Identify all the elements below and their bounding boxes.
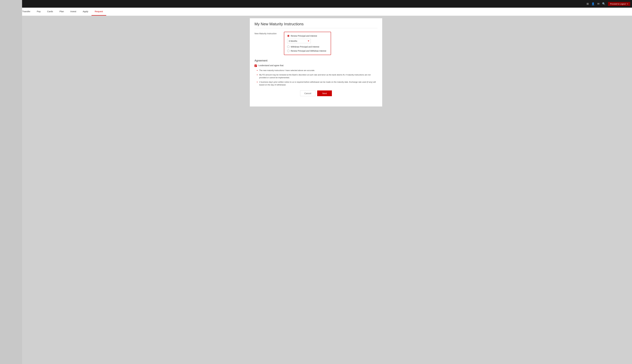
top-bar: ✕ ⊞ 👤 ✉ 🔍 Proceed to Logout ↪	[0, 0, 632, 8]
bullet-item-2: My FD amount may be renewed at the Bank'…	[257, 74, 378, 79]
logout-icon: ↪	[626, 3, 628, 5]
bullet-item-3: 2 business day's prior written notice to…	[257, 80, 378, 86]
bullet-item-1: The new maturity instructions I have sel…	[257, 69, 378, 72]
nav-bar: My Accounts Transfer Pay Cards Plan Inve…	[0, 8, 632, 16]
option-withdraw-label: Withdraw Principal and Interest	[291, 46, 319, 48]
page-title: My New Maturity Instructions	[254, 22, 378, 28]
button-row: Cancel Next	[254, 90, 378, 96]
nav-item-invest[interactable]: Invest	[67, 8, 80, 16]
option-renew-label: Renew Principal and Interest	[291, 35, 317, 37]
top-bar-icons: ⊞ 👤 ✉ 🔍 Proceed to Logout ↪	[586, 2, 630, 6]
radio-renew-withdraw-interest[interactable]	[287, 50, 290, 52]
option-withdraw-principal-interest[interactable]: Withdraw Principal and Interest	[287, 46, 328, 48]
instruction-box: Renew Principal and Interest 1 Month 2 M…	[284, 32, 331, 55]
option-renew-withdraw-label: Renew Principal and Withdraw Interest	[291, 50, 326, 52]
nav-item-request[interactable]: Request	[92, 8, 106, 16]
nav-item-apply[interactable]: Apply	[80, 8, 92, 16]
form-section: New Maturity Instruction Renew Principal…	[254, 32, 378, 55]
agree-checkbox[interactable]	[254, 64, 257, 67]
person-icon[interactable]: 👤	[592, 2, 595, 6]
bank-icon[interactable]: ⊞	[586, 2, 589, 6]
radio-renew-principal-interest[interactable]	[287, 35, 290, 37]
nav-item-pay[interactable]: Pay	[34, 8, 44, 16]
option-renew-withdraw-interest[interactable]: Renew Principal and Withdraw Interest	[287, 50, 328, 52]
proceed-logout-label: Proceed to Logout	[610, 3, 626, 5]
proceed-logout-button[interactable]: Proceed to Logout ↪	[608, 2, 630, 6]
months-select[interactable]: 1 Month 2 Months 3 Months 6 Months 9 Mon…	[287, 39, 311, 43]
mail-icon[interactable]: ✉	[597, 2, 600, 6]
agreement-title: Agreement	[254, 59, 378, 62]
option-renew-principal-interest[interactable]: Renew Principal and Interest	[287, 35, 328, 37]
nav-item-cards[interactable]: Cards	[44, 8, 56, 16]
months-dropdown-row: 1 Month 2 Months 3 Months 6 Months 9 Mon…	[287, 39, 328, 43]
next-button[interactable]: Next	[317, 90, 332, 96]
agreement-section: Agreement I understand and agree that: T…	[254, 59, 378, 86]
agreement-bullets: The new maturity instructions I have sel…	[254, 69, 378, 86]
agree-label: I understand and agree that:	[258, 64, 284, 66]
nav-item-plan[interactable]: Plan	[56, 8, 67, 16]
agree-checkbox-row: I understand and agree that:	[254, 64, 378, 67]
cancel-button[interactable]: Cancel	[300, 90, 316, 96]
left-sidebar	[0, 0, 22, 364]
search-icon[interactable]: 🔍	[602, 2, 605, 6]
months-select-wrapper: 1 Month 2 Months 3 Months 6 Months 9 Mon…	[287, 39, 311, 43]
radio-withdraw-principal-interest[interactable]	[287, 46, 290, 48]
form-label: New Maturity Instruction	[254, 32, 284, 35]
main-content: My New Maturity Instructions New Maturit…	[250, 18, 382, 106]
